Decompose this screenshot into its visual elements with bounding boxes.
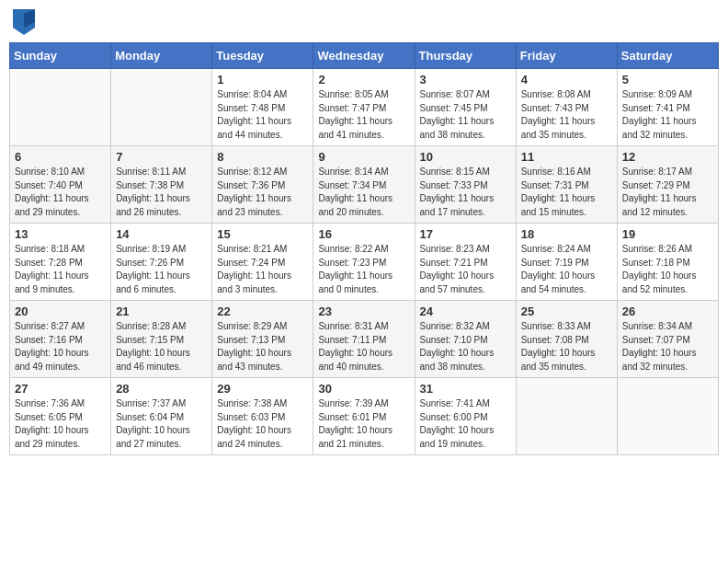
day-info: Sunrise: 8:21 AM Sunset: 7:24 PM Dayligh… <box>217 243 308 296</box>
day-info: Sunrise: 8:07 AM Sunset: 7:45 PM Dayligh… <box>420 88 511 142</box>
calendar-header: SundayMondayTuesdayWednesdayThursdayFrid… <box>10 43 719 69</box>
day-info: Sunrise: 8:27 AM Sunset: 7:16 PM Dayligh… <box>15 320 106 373</box>
calendar-cell: 21Sunrise: 8:28 AM Sunset: 7:15 PM Dayli… <box>111 301 212 378</box>
day-header-monday: Monday <box>111 43 212 69</box>
day-number: 27 <box>15 382 106 396</box>
calendar-week-3: 13Sunrise: 8:18 AM Sunset: 7:28 PM Dayli… <box>10 224 719 301</box>
calendar-week-2: 6Sunrise: 8:10 AM Sunset: 7:40 PM Daylig… <box>10 146 719 224</box>
day-number: 9 <box>318 150 409 164</box>
logo <box>13 9 39 35</box>
calendar-cell: 25Sunrise: 8:33 AM Sunset: 7:08 PM Dayli… <box>516 301 617 378</box>
day-info: Sunrise: 8:26 AM Sunset: 7:18 PM Dayligh… <box>622 243 713 296</box>
day-number: 29 <box>217 382 308 396</box>
day-info: Sunrise: 7:38 AM Sunset: 6:03 PM Dayligh… <box>217 397 308 451</box>
calendar-cell: 4Sunrise: 8:08 AM Sunset: 7:43 PM Daylig… <box>516 69 617 146</box>
day-info: Sunrise: 8:10 AM Sunset: 7:40 PM Dayligh… <box>15 166 106 219</box>
day-info: Sunrise: 8:18 AM Sunset: 7:28 PM Dayligh… <box>15 243 106 296</box>
calendar-cell: 31Sunrise: 7:41 AM Sunset: 6:00 PM Dayli… <box>415 378 516 455</box>
calendar-cell: 23Sunrise: 8:31 AM Sunset: 7:11 PM Dayli… <box>313 301 415 378</box>
day-header-sunday: Sunday <box>10 43 111 69</box>
day-header-friday: Friday <box>516 43 617 69</box>
day-info: Sunrise: 8:31 AM Sunset: 7:11 PM Dayligh… <box>318 320 409 373</box>
logo-icon <box>13 9 35 35</box>
calendar-cell: 26Sunrise: 8:34 AM Sunset: 7:07 PM Dayli… <box>617 301 718 378</box>
day-number: 18 <box>521 227 612 241</box>
day-number: 23 <box>318 304 409 318</box>
day-number: 10 <box>420 150 511 164</box>
day-info: Sunrise: 8:11 AM Sunset: 7:38 PM Dayligh… <box>116 166 207 219</box>
day-header-saturday: Saturday <box>617 43 718 69</box>
day-number: 15 <box>217 227 308 241</box>
day-info: Sunrise: 8:32 AM Sunset: 7:10 PM Dayligh… <box>420 320 511 373</box>
calendar-cell: 18Sunrise: 8:24 AM Sunset: 7:19 PM Dayli… <box>516 224 617 301</box>
calendar-cell: 16Sunrise: 8:22 AM Sunset: 7:23 PM Dayli… <box>313 224 415 301</box>
calendar-cell: 17Sunrise: 8:23 AM Sunset: 7:21 PM Dayli… <box>415 224 516 301</box>
calendar-cell: 2Sunrise: 8:05 AM Sunset: 7:47 PM Daylig… <box>313 69 415 146</box>
day-number: 17 <box>420 227 511 241</box>
day-header-tuesday: Tuesday <box>212 43 313 69</box>
day-info: Sunrise: 8:29 AM Sunset: 7:13 PM Dayligh… <box>217 320 308 373</box>
day-info: Sunrise: 8:09 AM Sunset: 7:41 PM Dayligh… <box>622 88 713 142</box>
calendar-cell: 13Sunrise: 8:18 AM Sunset: 7:28 PM Dayli… <box>10 224 111 301</box>
calendar-cell <box>516 378 617 455</box>
day-number: 1 <box>217 73 308 86</box>
day-info: Sunrise: 8:22 AM Sunset: 7:23 PM Dayligh… <box>318 243 409 296</box>
calendar-cell: 24Sunrise: 8:32 AM Sunset: 7:10 PM Dayli… <box>415 301 516 378</box>
day-number: 14 <box>116 227 207 241</box>
calendar-cell <box>111 69 212 146</box>
day-header-thursday: Thursday <box>415 43 516 69</box>
day-number: 21 <box>116 304 207 318</box>
day-info: Sunrise: 7:41 AM Sunset: 6:00 PM Dayligh… <box>420 397 511 451</box>
day-number: 16 <box>318 227 409 241</box>
day-header-wednesday: Wednesday <box>313 43 415 69</box>
day-info: Sunrise: 8:24 AM Sunset: 7:19 PM Dayligh… <box>521 243 612 296</box>
day-info: Sunrise: 8:08 AM Sunset: 7:43 PM Dayligh… <box>521 88 612 142</box>
calendar-body: 1Sunrise: 8:04 AM Sunset: 7:48 PM Daylig… <box>10 69 719 455</box>
calendar-cell: 22Sunrise: 8:29 AM Sunset: 7:13 PM Dayli… <box>212 301 313 378</box>
calendar-cell: 3Sunrise: 8:07 AM Sunset: 7:45 PM Daylig… <box>415 69 516 146</box>
calendar-cell <box>617 378 718 455</box>
day-number: 6 <box>15 150 106 164</box>
calendar-cell: 7Sunrise: 8:11 AM Sunset: 7:38 PM Daylig… <box>111 146 212 224</box>
calendar-cell <box>10 69 111 146</box>
calendar-cell: 30Sunrise: 7:39 AM Sunset: 6:01 PM Dayli… <box>313 378 415 455</box>
day-number: 31 <box>420 382 511 396</box>
day-info: Sunrise: 8:04 AM Sunset: 7:48 PM Dayligh… <box>217 88 308 142</box>
day-number: 12 <box>622 150 713 164</box>
calendar-cell: 1Sunrise: 8:04 AM Sunset: 7:48 PM Daylig… <box>212 69 313 146</box>
calendar-cell: 8Sunrise: 8:12 AM Sunset: 7:36 PM Daylig… <box>212 146 313 224</box>
day-number: 22 <box>217 304 308 318</box>
calendar-cell: 12Sunrise: 8:17 AM Sunset: 7:29 PM Dayli… <box>617 146 718 224</box>
day-number: 3 <box>420 73 511 86</box>
day-info: Sunrise: 8:28 AM Sunset: 7:15 PM Dayligh… <box>116 320 207 373</box>
day-number: 8 <box>217 150 308 164</box>
calendar-week-1: 1Sunrise: 8:04 AM Sunset: 7:48 PM Daylig… <box>10 69 719 146</box>
day-number: 4 <box>521 73 612 86</box>
day-number: 7 <box>116 150 207 164</box>
day-info: Sunrise: 8:23 AM Sunset: 7:21 PM Dayligh… <box>420 243 511 296</box>
day-info: Sunrise: 7:37 AM Sunset: 6:04 PM Dayligh… <box>116 397 207 451</box>
day-info: Sunrise: 8:14 AM Sunset: 7:34 PM Dayligh… <box>318 166 409 219</box>
day-info: Sunrise: 8:12 AM Sunset: 7:36 PM Dayligh… <box>217 166 308 219</box>
day-info: Sunrise: 8:19 AM Sunset: 7:26 PM Dayligh… <box>116 243 207 296</box>
calendar-cell: 28Sunrise: 7:37 AM Sunset: 6:04 PM Dayli… <box>111 378 212 455</box>
calendar-table: SundayMondayTuesdayWednesdayThursdayFrid… <box>9 42 719 455</box>
calendar-cell: 29Sunrise: 7:38 AM Sunset: 6:03 PM Dayli… <box>212 378 313 455</box>
calendar-cell: 14Sunrise: 8:19 AM Sunset: 7:26 PM Dayli… <box>111 224 212 301</box>
day-info: Sunrise: 8:15 AM Sunset: 7:33 PM Dayligh… <box>420 166 511 219</box>
calendar-cell: 11Sunrise: 8:16 AM Sunset: 7:31 PM Dayli… <box>516 146 617 224</box>
calendar-cell: 10Sunrise: 8:15 AM Sunset: 7:33 PM Dayli… <box>415 146 516 224</box>
day-number: 26 <box>622 304 713 318</box>
day-number: 19 <box>622 227 713 241</box>
day-number: 25 <box>521 304 612 318</box>
day-info: Sunrise: 8:05 AM Sunset: 7:47 PM Dayligh… <box>318 88 409 142</box>
calendar-week-4: 20Sunrise: 8:27 AM Sunset: 7:16 PM Dayli… <box>10 301 719 378</box>
calendar-week-5: 27Sunrise: 7:36 AM Sunset: 6:05 PM Dayli… <box>10 378 719 455</box>
day-number: 2 <box>318 73 409 86</box>
day-number: 11 <box>521 150 612 164</box>
day-number: 5 <box>622 73 713 86</box>
calendar-cell: 5Sunrise: 8:09 AM Sunset: 7:41 PM Daylig… <box>617 69 718 146</box>
calendar-cell: 9Sunrise: 8:14 AM Sunset: 7:34 PM Daylig… <box>313 146 415 224</box>
calendar-cell: 6Sunrise: 8:10 AM Sunset: 7:40 PM Daylig… <box>10 146 111 224</box>
day-number: 28 <box>116 382 207 396</box>
